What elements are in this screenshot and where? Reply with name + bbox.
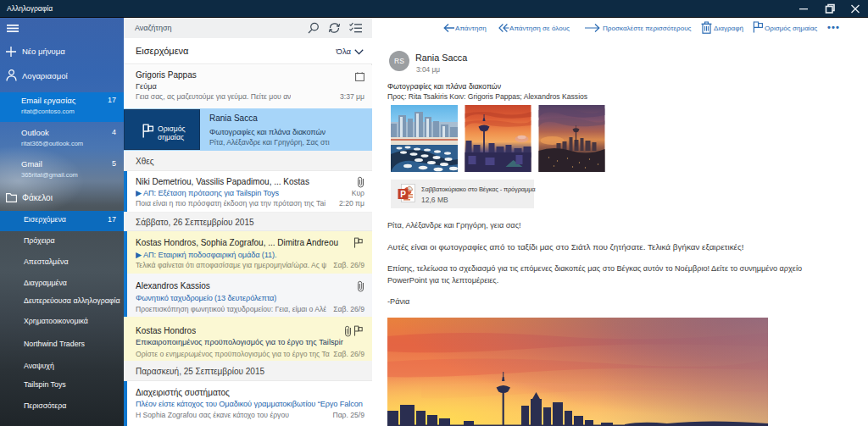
svg-text:P: P (400, 190, 406, 199)
